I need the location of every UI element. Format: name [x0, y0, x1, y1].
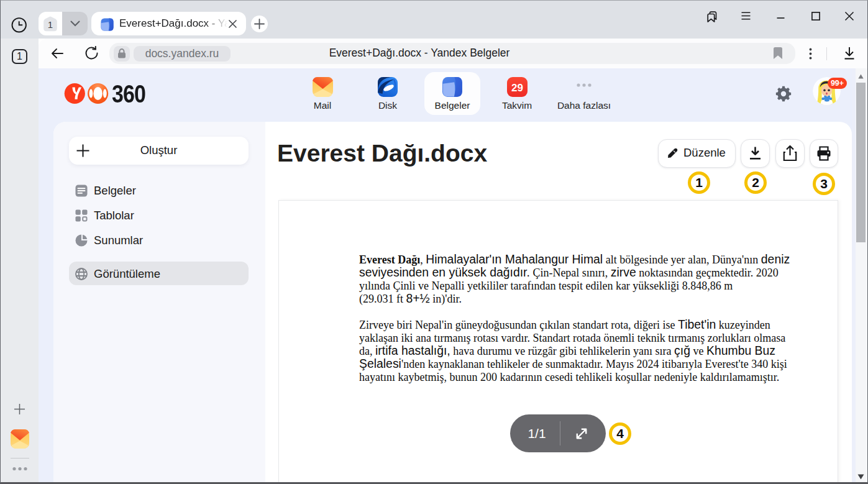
svg-text:29: 29 [511, 82, 523, 94]
